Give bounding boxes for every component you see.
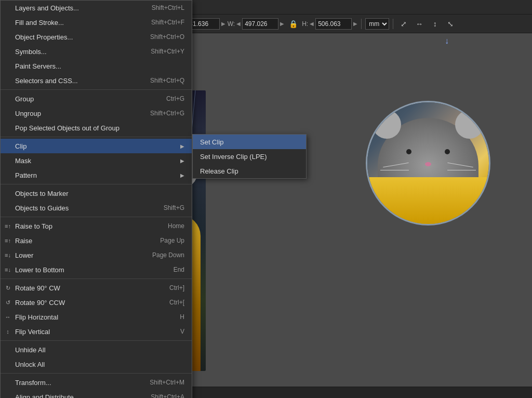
- toolbar-btn-14[interactable]: ⤡: [444, 17, 457, 31]
- w-arrow-right[interactable]: ▶: [280, 21, 284, 26]
- menu-item-symbols[interactable]: Symbols... Shift+Ctrl+Y: [1, 44, 192, 59]
- menu-item-raise[interactable]: ≡↑ Raise Page Up: [1, 233, 192, 248]
- menu-item-selectors-css[interactable]: Selectors and CSS... Shift+Ctrl+Q: [1, 73, 192, 88]
- rotate-cw-icon: ↻: [4, 285, 12, 291]
- toolbar-btn-13[interactable]: ↕: [428, 17, 442, 31]
- submenu-item-release-clip[interactable]: Release Clip: [193, 164, 306, 178]
- menu-item-rotate-ccw[interactable]: ↺ Rotate 90° CCW Ctrl+[: [1, 295, 192, 310]
- menu-sep-2: [1, 137, 192, 137]
- menu-item-unlock-all[interactable]: Unlock All: [1, 357, 192, 372]
- menu-item-mask[interactable]: Mask ▶: [1, 153, 192, 168]
- menu-item-objects-to-guides[interactable]: Objects to Guides Shift+G: [1, 201, 192, 215]
- menu-item-flip-h[interactable]: ↔ Flip Horizontal H: [1, 310, 192, 324]
- menu-item-transform[interactable]: Transform... Shift+Ctrl+M: [1, 375, 192, 390]
- w-label: W:: [228, 20, 235, 28]
- clip-submenu: Set Clip Set Inverse Clip (LPE) Release …: [192, 134, 307, 179]
- menu-item-clip[interactable]: Clip ▶: [1, 139, 192, 153]
- menu-sep-7: [1, 373, 192, 374]
- menu-item-lower-to-bottom[interactable]: ≡↓ Lower to Bottom End: [1, 262, 192, 277]
- pattern-arrow-icon: ▶: [180, 173, 184, 178]
- menu-item-group[interactable]: Group Ctrl+G: [1, 91, 192, 106]
- y-arrow-right[interactable]: ▶: [221, 21, 225, 26]
- w-input[interactable]: [242, 18, 278, 30]
- h-arrow-right[interactable]: ▶: [353, 21, 357, 26]
- flip-h-icon: ↔: [4, 314, 12, 320]
- menu-item-raise-to-top[interactable]: ≡↑ Raise to Top Home: [1, 219, 192, 233]
- menu-item-rotate-cw[interactable]: ↻ Rotate 90° CW Ctrl+]: [1, 281, 192, 295]
- menu-sep-6: [1, 340, 192, 341]
- flip-v-icon: ↕: [4, 328, 12, 335]
- lower-bottom-icon: ≡↓: [4, 267, 12, 273]
- toolbar-sep-3: [361, 19, 362, 29]
- menu-item-fill-stroke[interactable]: Fill and Stroke... Shift+Ctrl+F: [1, 15, 192, 30]
- menu-item-flip-v[interactable]: ↕ Flip Vertical V: [1, 324, 192, 339]
- rotate-ccw-icon: ↺: [4, 299, 12, 306]
- h-field: H: ◀ ▶: [302, 18, 357, 30]
- menu-item-paint-servers[interactable]: Paint Servers...: [1, 59, 192, 73]
- menu-sep-3: [1, 184, 192, 184]
- lower-icon: ≡↓: [4, 252, 12, 258]
- raise-icon: ≡↑: [4, 237, 12, 244]
- menu-sep-4: [1, 217, 192, 217]
- menu-item-objects-to-marker[interactable]: Objects to Marker: [1, 186, 192, 201]
- h-input[interactable]: [315, 18, 352, 30]
- menu-sep-5: [1, 278, 192, 279]
- toolbar-btn-12[interactable]: ↔: [413, 17, 426, 31]
- mask-arrow-icon: ▶: [180, 158, 184, 164]
- toolbar-btn-11[interactable]: ⤢: [397, 17, 410, 31]
- h-label: H:: [302, 20, 308, 28]
- menu-item-ungroup[interactable]: Ungroup Shift+Ctrl+G: [1, 106, 192, 121]
- toolbar-sep-4: [393, 19, 393, 29]
- menu-item-unhide-all[interactable]: Unhide All: [1, 342, 192, 357]
- w-arrow-left[interactable]: ◀: [236, 21, 241, 26]
- menu-sep-1: [1, 89, 192, 90]
- raise-top-icon: ≡↑: [4, 223, 12, 229]
- submenu-item-set-clip[interactable]: Set Clip: [193, 135, 306, 149]
- menu-item-object-properties[interactable]: Object Properties... Shift+Ctrl+O: [1, 30, 192, 44]
- h-arrow-left[interactable]: ◀: [310, 21, 314, 26]
- object-menu: Layers and Objects... Shift+Ctrl+L Fill …: [0, 0, 192, 398]
- submenu-item-set-inverse-clip[interactable]: Set Inverse Clip (LPE): [193, 149, 306, 164]
- menu-item-pattern[interactable]: Pattern ▶: [1, 168, 192, 182]
- clip-arrow-icon: ▶: [180, 143, 184, 149]
- lock-aspect-btn[interactable]: 🔒: [286, 17, 300, 31]
- menu-item-lower[interactable]: ≡↓ Lower Page Down: [1, 248, 192, 262]
- w-field: W: ◀ ▶: [228, 18, 284, 30]
- unit-select[interactable]: mm px pt: [365, 18, 389, 30]
- menu-item-align-distribute[interactable]: Align and Distribute... Shift+Ctrl+A: [1, 390, 192, 398]
- menu-item-layers-objects[interactable]: Layers and Objects... Shift+Ctrl+L: [1, 1, 192, 15]
- menu-item-pop-selected[interactable]: Pop Selected Objects out of Group: [1, 121, 192, 135]
